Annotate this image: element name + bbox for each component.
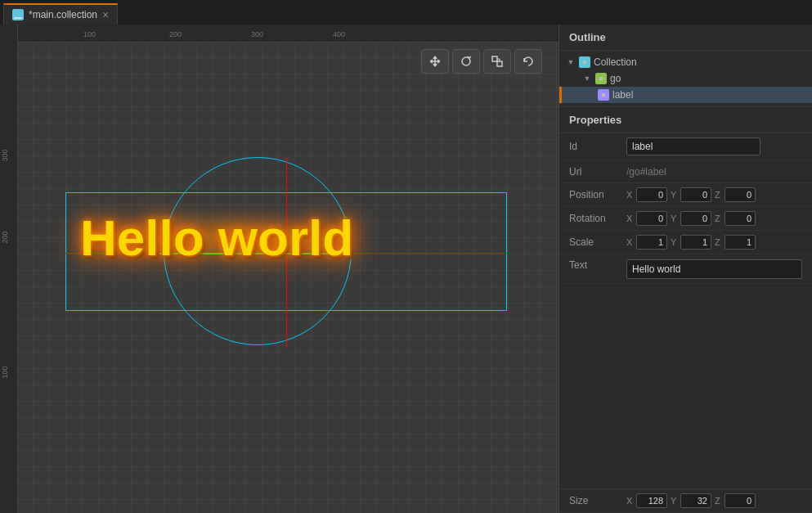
rotation-y-input[interactable] [680, 211, 711, 226]
size-y-input[interactable] [680, 493, 711, 508]
prop-scale-fields: X Y Z [626, 235, 802, 250]
move-tool-button[interactable] [421, 49, 449, 74]
size-z-group: Z [715, 493, 756, 508]
prop-text-label: Text [569, 259, 626, 271]
prop-rotation-label: Rotation [569, 213, 626, 224]
tree-item-collection-label: Collection [594, 56, 637, 68]
prop-position-fields: X Y Z [626, 187, 802, 202]
tab-close-button[interactable]: × [102, 9, 109, 20]
position-y-axis-label: Y [671, 190, 679, 200]
ruler-left-tick-100: 100 [0, 366, 8, 378]
ruler-top-tick-100: 100 [83, 30, 96, 38]
main-area: 300 200 100 100 200 300 400 [0, 25, 812, 513]
prop-position-label: Position [569, 189, 626, 200]
hello-world-label[interactable]: Hello world [72, 209, 361, 267]
position-z-input[interactable] [725, 187, 756, 202]
scale-x-axis-label: X [626, 237, 635, 247]
svg-rect-1 [492, 56, 497, 61]
position-y-group: Y [671, 187, 711, 202]
scale-z-input[interactable] [725, 235, 756, 250]
reset-icon [522, 55, 535, 68]
move-icon [428, 55, 442, 68]
prop-size-label: Size [569, 495, 626, 506]
id-input[interactable] [626, 137, 760, 155]
prop-id-label: Id [569, 141, 626, 152]
ruler-top: 100 200 300 400 [18, 25, 559, 43]
scale-x-input[interactable] [636, 235, 667, 250]
prop-size-fields: X Y Z [626, 493, 802, 508]
size-y-group: Y [671, 493, 711, 508]
ruler-top-tick-400: 400 [333, 30, 345, 38]
prop-row-id: Id [559, 133, 812, 160]
position-z-group: Z [715, 187, 756, 202]
prop-row-scale: Scale X Y Z [559, 231, 812, 254]
canvas-area[interactable]: 300 200 100 100 200 300 400 [0, 25, 559, 513]
go-node-icon: ■ [595, 73, 607, 84]
tree-item-go-label: go [610, 73, 621, 84]
tab-bar: *main.collection × [0, 0, 812, 25]
prop-row-position: Position X Y Z [559, 183, 812, 207]
prop-url-value: /go#label [626, 166, 802, 178]
outline-header: Outline [559, 25, 812, 51]
canvas-toolbar [421, 49, 542, 74]
size-x-axis-label: X [626, 496, 635, 506]
right-panel: Outline ▼ ■ Collection ▼ ■ go ■ label [559, 25, 812, 513]
tab-collection-icon [12, 9, 24, 20]
properties-spacer [559, 284, 812, 488]
rotate-icon [460, 55, 473, 68]
prop-rotation-fields: X Y Z [626, 211, 802, 226]
reset-tool-button[interactable] [514, 49, 542, 74]
size-x-input[interactable] [636, 493, 667, 508]
text-value-display: Hello world [626, 259, 802, 279]
scale-z-group: Z [715, 235, 756, 250]
position-x-input[interactable] [636, 187, 667, 202]
properties-header: Properties [559, 107, 812, 133]
prop-scale-label: Scale [569, 236, 626, 248]
prop-id-field[interactable] [626, 137, 802, 155]
prop-text-field[interactable]: Hello world [626, 259, 802, 279]
prop-row-text: Text Hello world [559, 254, 812, 284]
position-y-input[interactable] [680, 187, 711, 202]
ruler-top-tick-300: 300 [251, 30, 263, 38]
tab-label: *main.collection [29, 9, 97, 20]
ruler-left: 300 200 100 [0, 25, 18, 513]
position-x-group: X [626, 187, 667, 202]
scale-tool-button[interactable] [483, 49, 511, 74]
size-z-axis-label: Z [715, 496, 723, 506]
tree-item-collection[interactable]: ▼ ■ Collection [559, 54, 812, 70]
scale-y-input[interactable] [680, 235, 711, 250]
tree-item-label-text: label [612, 89, 633, 101]
label-node-icon: ■ [598, 89, 609, 101]
rotation-z-axis-label: Z [715, 214, 723, 223]
rotation-z-input[interactable] [725, 211, 756, 226]
rotation-z-group: Z [715, 211, 756, 226]
prop-row-size: Size X Y Z [559, 488, 812, 513]
rotation-x-input[interactable] [636, 211, 667, 226]
size-x-group: X [626, 493, 667, 508]
svg-rect-2 [497, 61, 502, 66]
prop-url-label: Url [569, 166, 626, 178]
position-z-axis-label: Z [715, 190, 723, 200]
scale-x-group: X [626, 235, 667, 250]
outline-tree: ▼ ■ Collection ▼ ■ go ■ label [559, 51, 812, 107]
collection-node-icon: ■ [579, 56, 590, 68]
rotation-y-group: Y [671, 211, 711, 226]
scale-icon [491, 55, 504, 68]
tree-item-label[interactable]: ■ label [559, 87, 812, 103]
size-y-axis-label: Y [671, 496, 679, 506]
position-x-axis-label: X [626, 190, 635, 200]
rotation-x-axis-label: X [626, 214, 635, 223]
main-tab[interactable]: *main.collection × [3, 3, 118, 25]
canvas-grid [0, 25, 559, 513]
prop-row-url: Url /go#label [559, 160, 812, 183]
scale-y-group: Y [671, 235, 711, 250]
rotation-y-axis-label: Y [671, 214, 679, 223]
ruler-top-tick-200: 200 [169, 30, 182, 38]
prop-row-rotation: Rotation X Y Z [559, 207, 812, 231]
scale-z-axis-label: Z [715, 237, 723, 247]
tree-item-go[interactable]: ▼ ■ go [559, 70, 812, 87]
chevron-down-icon: ▼ [566, 57, 576, 67]
rotate-tool-button[interactable] [452, 49, 480, 74]
size-z-input[interactable] [725, 493, 756, 508]
chevron-down-icon-go: ▼ [582, 74, 592, 83]
